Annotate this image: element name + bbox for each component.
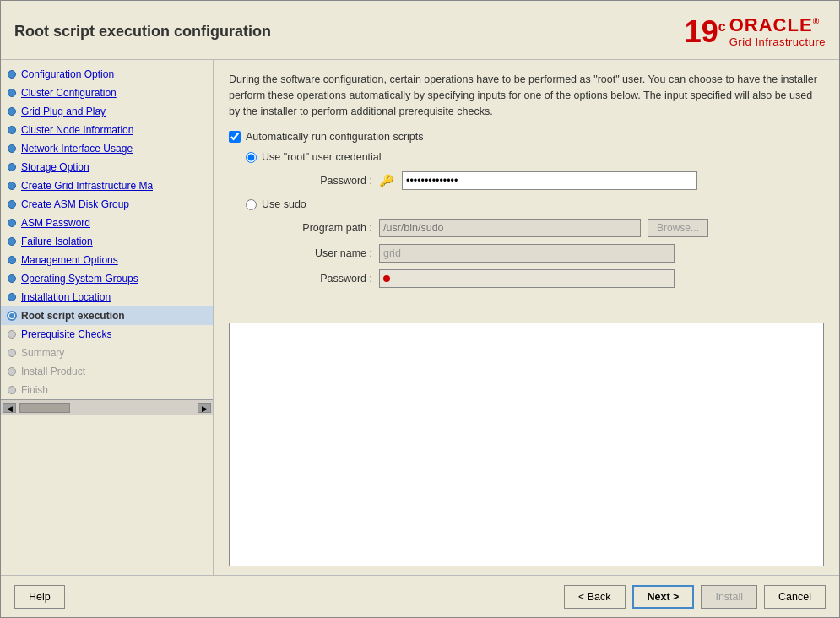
sidebar-item-create-grid-infrastructure[interactable]: Create Grid Infrastructure Ma bbox=[1, 176, 213, 195]
page-title: Root script execution configuration bbox=[14, 23, 271, 41]
sidebar-item-summary: Summary bbox=[1, 344, 213, 362]
sidebar-item-failure-isolation[interactable]: Failure Isolation bbox=[1, 232, 213, 251]
sidebar-item-cluster-configuration[interactable]: Cluster Configuration bbox=[1, 84, 213, 102]
program-path-label: Program path : bbox=[279, 222, 372, 234]
oracle-brand-block: ORACLE® Grid Infrastructure bbox=[729, 15, 826, 48]
step-icon-storage-option bbox=[6, 161, 18, 173]
next-button[interactable]: Next > bbox=[632, 585, 695, 609]
sidebar-label-asm-password: ASM Password bbox=[21, 217, 90, 229]
step-icon-operating-system bbox=[6, 273, 18, 285]
sidebar-label-install-product: Install Product bbox=[21, 366, 85, 377]
sidebar-label-failure-isolation: Failure Isolation bbox=[21, 236, 93, 247]
sidebar-label-create-grid-infrastructure: Create Grid Infrastructure Ma bbox=[21, 180, 153, 192]
sidebar-label-summary: Summary bbox=[21, 347, 64, 359]
step-icon-network-interface bbox=[6, 143, 18, 154]
bottom-bar: Help < Back Next > Install Cancel bbox=[1, 575, 839, 617]
program-path-row: Program path : Browse... bbox=[279, 219, 824, 237]
red-dot-indicator bbox=[383, 275, 390, 282]
radio-section: Use "root" user credential Password : 🔑 bbox=[229, 151, 824, 288]
sidebar: Configuration Option Cluster Configurati… bbox=[1, 60, 214, 575]
step-icon-install-product bbox=[6, 366, 18, 377]
sidebar-label-cluster-configuration: Cluster Configuration bbox=[21, 87, 117, 99]
password-label: Password : bbox=[279, 175, 372, 187]
sudo-password-row: Password : bbox=[279, 269, 824, 288]
back-button[interactable]: < Back bbox=[564, 585, 626, 609]
sidebar-item-grid-plug-and-play[interactable]: Grid Plug and Play bbox=[1, 102, 213, 121]
sidebar-label-installation-location: Installation Location bbox=[21, 291, 111, 303]
auto-run-checkbox[interactable] bbox=[229, 131, 241, 143]
step-icon-prerequisite-checks bbox=[6, 328, 18, 340]
oracle-version-sup: c bbox=[718, 19, 726, 34]
use-sudo-label[interactable]: Use sudo bbox=[262, 198, 306, 210]
oracle-name: ORACLE® bbox=[729, 15, 820, 35]
sidebar-label-finish: Finish bbox=[21, 384, 48, 396]
sidebar-item-root-script-execution[interactable]: Root script execution bbox=[1, 306, 213, 325]
root-password-row: Password : 🔑 bbox=[279, 171, 824, 190]
sidebar-item-installation-location[interactable]: Installation Location bbox=[1, 288, 213, 306]
sidebar-label-grid-plug-and-play: Grid Plug and Play bbox=[21, 106, 106, 117]
sidebar-item-storage-option[interactable]: Storage Option bbox=[1, 158, 213, 176]
sidebar-item-management-options[interactable]: Management Options bbox=[1, 251, 213, 269]
right-panel: During the software configuration, certa… bbox=[214, 60, 839, 575]
step-icon-failure-isolation bbox=[6, 236, 18, 247]
step-icon-asm-password bbox=[6, 217, 18, 229]
use-root-radio[interactable] bbox=[246, 152, 257, 163]
browse-button[interactable]: Browse... bbox=[648, 219, 708, 237]
use-sudo-radio[interactable] bbox=[246, 199, 257, 210]
sidebar-label-operating-system-groups: Operating System Groups bbox=[21, 273, 138, 285]
help-button[interactable]: Help bbox=[14, 585, 65, 609]
sidebar-item-install-product: Install Product bbox=[1, 362, 213, 381]
step-icon-root-script bbox=[6, 310, 18, 322]
sidebar-label-create-asm-disk-group: Create ASM Disk Group bbox=[21, 198, 129, 210]
sidebar-item-network-interface-usage[interactable]: Network Interface Usage bbox=[1, 139, 213, 158]
auto-run-checkbox-row: Automatically run configuration scripts bbox=[229, 131, 824, 143]
program-path-input[interactable] bbox=[379, 219, 641, 237]
sidebar-label-configuration-option: Configuration Option bbox=[21, 68, 114, 80]
main-content: Configuration Option Cluster Configurati… bbox=[1, 60, 839, 575]
sidebar-item-create-asm-disk-group[interactable]: Create ASM Disk Group bbox=[1, 195, 213, 214]
scroll-right-btn[interactable]: ▶ bbox=[198, 403, 211, 413]
step-icon-create-asm bbox=[6, 198, 18, 210]
use-sudo-radio-row: Use sudo bbox=[246, 198, 824, 210]
main-window: Root script execution configuration 19c … bbox=[0, 0, 840, 618]
oracle-subtitle: Grid Infrastructure bbox=[729, 35, 826, 48]
oracle-logo: 19c ORACLE® Grid Infrastructure bbox=[685, 15, 826, 48]
step-icon-management-options bbox=[6, 254, 18, 266]
key-icon: 🔑 bbox=[379, 174, 393, 187]
sidebar-item-prerequisite-checks[interactable]: Prerequisite Checks bbox=[1, 325, 213, 344]
sidebar-label-storage-option: Storage Option bbox=[21, 161, 89, 173]
sidebar-item-operating-system-groups[interactable]: Operating System Groups bbox=[1, 269, 213, 288]
scroll-left-btn[interactable]: ◀ bbox=[3, 403, 16, 413]
sidebar-item-cluster-node-information[interactable]: Cluster Node Information bbox=[1, 121, 213, 139]
step-icon-finish bbox=[6, 384, 18, 396]
output-log-box bbox=[229, 323, 824, 566]
step-icon-configuration-option bbox=[6, 68, 18, 80]
sidebar-item-asm-password[interactable]: ASM Password bbox=[1, 214, 213, 232]
description-text: During the software configuration, certa… bbox=[229, 72, 824, 119]
scroll-thumb[interactable] bbox=[19, 403, 70, 413]
root-password-input[interactable] bbox=[402, 171, 697, 190]
user-name-row: User name : bbox=[279, 244, 824, 263]
step-icon-summary bbox=[6, 347, 18, 359]
step-icon-cluster-configuration bbox=[6, 87, 18, 99]
oracle-version: 19c bbox=[685, 17, 726, 47]
sudo-fields: Program path : Browse... User name : Pas… bbox=[246, 219, 824, 288]
install-button[interactable]: Install bbox=[701, 585, 757, 609]
sudo-username-input[interactable] bbox=[379, 244, 675, 263]
sidebar-scrollbar[interactable]: ◀ ▶ bbox=[1, 399, 213, 415]
step-icon-cluster-node bbox=[6, 124, 18, 136]
sidebar-label-network-interface-usage: Network Interface Usage bbox=[21, 143, 133, 154]
auto-run-label[interactable]: Automatically run configuration scripts bbox=[246, 131, 424, 143]
sidebar-label-root-script-execution: Root script execution bbox=[21, 310, 125, 322]
use-root-label[interactable]: Use "root" user credential bbox=[262, 151, 382, 163]
cancel-button[interactable]: Cancel bbox=[764, 585, 826, 609]
sidebar-item-finish: Finish bbox=[1, 381, 213, 399]
sidebar-label-prerequisite-checks: Prerequisite Checks bbox=[21, 328, 111, 340]
title-bar: Root script execution configuration 19c … bbox=[1, 1, 839, 60]
root-password-fields: Password : 🔑 bbox=[246, 171, 824, 190]
step-icon-create-grid bbox=[6, 180, 18, 192]
step-icon-installation-location bbox=[6, 291, 18, 303]
content-area: During the software configuration, certa… bbox=[214, 60, 839, 323]
sidebar-item-configuration-option[interactable]: Configuration Option bbox=[1, 65, 213, 84]
step-icon-grid-plug bbox=[6, 106, 18, 117]
